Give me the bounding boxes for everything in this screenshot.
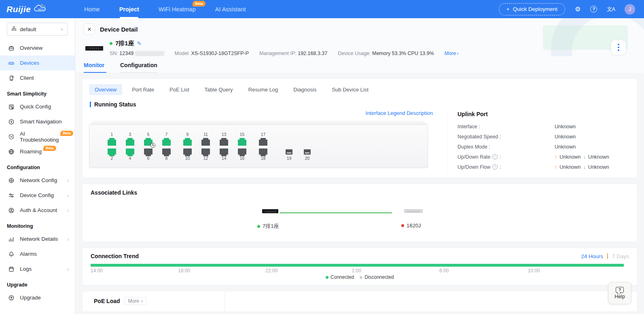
user-avatar[interactable]: J [625, 4, 635, 15]
topology-device-right[interactable] [404, 209, 423, 213]
interface-legend-link[interactable]: Interface Legend Description [89, 110, 438, 119]
topology-device-left[interactable] [262, 209, 278, 213]
port-7[interactable] [162, 140, 171, 146]
quick-deployment-button[interactable]: + Quick Deployment [499, 3, 565, 15]
port-16[interactable] [238, 149, 246, 155]
subtab-sub-device-list[interactable]: Sub Device List [326, 84, 374, 95]
port-5[interactable]: ϟ [144, 140, 153, 146]
monitor-subtabs: OverviewPort RatePoE ListTable QueryResu… [89, 84, 629, 95]
uplink-row: Negotiated Speed :Unknown [458, 132, 629, 142]
tab-monitor[interactable]: Monitor [84, 62, 106, 73]
sidebar-item-label: Logs [20, 266, 32, 272]
nav-item-project[interactable]: Project [119, 0, 139, 18]
sidebar-item-label: AI Troubleshooting [20, 131, 59, 143]
edit-name-icon[interactable]: ✎ [137, 40, 142, 47]
card-divider [225, 291, 225, 312]
logs-icon [8, 266, 15, 272]
sidebar-section-configuration: Configuration [0, 159, 75, 173]
device-mgmt-ip: Management IP: 192.168.3.37 [259, 51, 327, 56]
sidebar-item-client[interactable]: Client [0, 70, 75, 85]
chevron-right-icon: › [67, 207, 69, 214]
port-13[interactable] [220, 140, 228, 146]
port-number: 19 [287, 156, 292, 161]
network-selector-value: default [20, 26, 36, 32]
port-6[interactable] [144, 149, 153, 155]
port-19[interactable] [286, 149, 292, 155]
tab-configuration[interactable]: Configuration [120, 62, 157, 73]
port-number: 7 [165, 132, 168, 137]
port-20[interactable] [304, 149, 311, 155]
sidebar-item-auth-account[interactable]: Auth & Account› [0, 203, 75, 218]
network-selector-dropdown[interactable]: default ∨ [7, 23, 68, 36]
sidebar-item-smart-navigation[interactable]: Smart Navigation [0, 114, 75, 129]
network-config-icon [8, 177, 15, 184]
nav-item-ai-assistant[interactable]: AI Assistant [215, 0, 246, 18]
sidebar-item-logs[interactable]: Logs› [0, 261, 75, 276]
port-12[interactable] [201, 149, 210, 155]
poe-load-title: PoE Load [94, 298, 120, 304]
sidebar-section-monitoring: Monitoring [0, 218, 75, 231]
sidebar-item-devices[interactable]: Devices [0, 55, 75, 70]
upgrade-icon [8, 295, 15, 301]
sidebar-item-roaming[interactable]: RoamingBeta [0, 144, 75, 159]
sidebar-item-overview[interactable]: Overview [0, 40, 75, 55]
port-1[interactable] [108, 140, 116, 146]
port-number: 16 [240, 156, 245, 161]
nav-item-home[interactable]: Home [84, 0, 100, 18]
port-18[interactable] [259, 149, 267, 155]
subtab-poe-list[interactable]: PoE List [164, 84, 195, 95]
range-7days-button[interactable]: 7 Days [612, 253, 629, 259]
more-actions-button[interactable] [611, 40, 626, 55]
sidebar-item-device-config[interactable]: Device Config› [0, 188, 75, 203]
port-number: 14 [222, 156, 227, 161]
port-10[interactable] [183, 149, 192, 155]
subtab-table-query[interactable]: Table Query [199, 84, 239, 95]
overview-icon [8, 45, 15, 51]
range-24hours-button[interactable]: 24 Hours [581, 253, 603, 259]
subtab-diagnosis[interactable]: Diagnosis [288, 84, 322, 95]
port-2[interactable] [108, 149, 116, 155]
online-status-dot [257, 225, 260, 228]
device-more-link[interactable]: More› [445, 51, 459, 56]
nav-item-wifi-heatmap[interactable]: WiFi HeatmapBeta [159, 0, 196, 18]
subtab-port-rate[interactable]: Port Rate [126, 84, 160, 95]
uplink-row-label: Negotiated Speed : [458, 134, 555, 140]
language-translate-icon[interactable]: 文A [607, 6, 615, 12]
port-number: 9 [186, 132, 189, 137]
uplink-port-title: Uplink Port [458, 111, 629, 117]
help-floating-button[interactable]: ? Help [608, 282, 631, 304]
sidebar-item-label: Roaming [20, 149, 42, 155]
time-tick: 10:00 [528, 268, 540, 274]
help-label: Help [614, 294, 625, 299]
topology-right-label: 1620J [401, 223, 421, 229]
poe-more-button[interactable]: More› [124, 297, 147, 305]
network-details-icon [8, 236, 15, 242]
close-button[interactable]: ✕ [84, 23, 95, 35]
port-8[interactable] [162, 149, 171, 155]
port-15[interactable] [238, 140, 246, 146]
sidebar-item-label: Quick Config [20, 104, 51, 110]
help-question-icon[interactable]: ? [590, 6, 597, 13]
sidebar-item-network-config[interactable]: Network Config› [0, 173, 75, 188]
port-11[interactable] [201, 140, 210, 146]
sidebar-item-upgrade[interactable]: Upgrade [0, 290, 75, 305]
port-9[interactable] [183, 140, 192, 146]
sidebar-item-label: Auth & Account [20, 207, 57, 213]
port-3[interactable] [126, 140, 134, 146]
sidebar-item-quick-config[interactable]: Quick Config [0, 99, 75, 114]
help-bubble-icon: ? [616, 287, 624, 293]
port-pair: 1718 [258, 132, 268, 161]
network-tree-icon [11, 26, 17, 32]
port-17[interactable] [259, 140, 267, 146]
port-4[interactable] [126, 149, 134, 155]
device-config-icon [8, 192, 15, 199]
sidebar-item-network-details[interactable]: Network Details› [0, 231, 75, 246]
sidebar-item-alarms[interactable]: Alarms [0, 246, 75, 261]
settings-gear-icon[interactable]: ⚙ [575, 6, 580, 13]
running-status-title: Running Status [90, 101, 629, 108]
subtab-resume-log[interactable]: Resume Log [243, 84, 284, 95]
sidebar-item-ai-troubleshooting[interactable]: AIAI TroubleshootingBeta [0, 129, 75, 144]
devices-icon [8, 60, 15, 66]
subtab-overview[interactable]: Overview [89, 84, 122, 95]
port-14[interactable] [220, 149, 228, 155]
